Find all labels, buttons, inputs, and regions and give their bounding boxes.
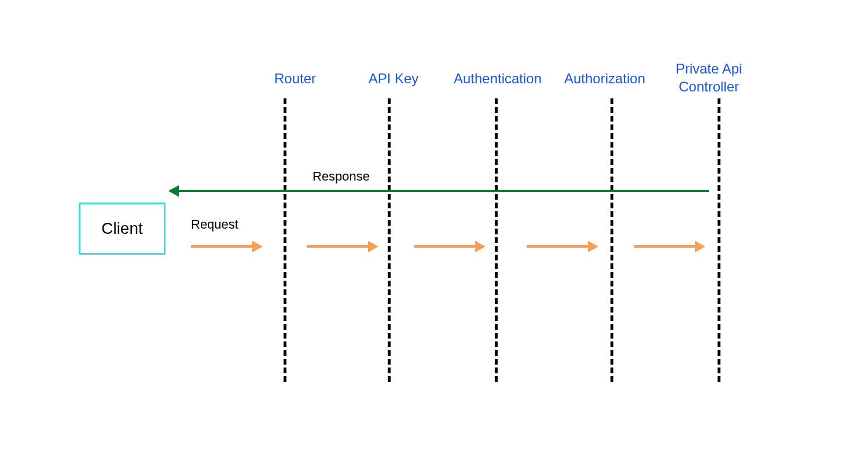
request-label: Request [191,217,238,232]
stage-label-router: Router [274,69,316,87]
stage-label-controller: Private Api Controller [676,60,742,95]
stage-label-controller-line1: Private Api [676,61,742,76]
request-arrow-1 [191,245,255,248]
stage-label-authorization: Authorization [564,69,645,87]
pipeline-line-router [284,98,286,382]
request-arrow-5 [634,245,697,248]
request-arrow-3 [414,245,477,248]
request-arrow-2 [307,245,370,248]
stage-label-authentication: Authentication [454,69,542,87]
pipeline-line-api-key [388,98,391,382]
pipeline-line-authentication [495,98,498,382]
client-label: Client [101,219,143,238]
stage-label-controller-line2: Controller [679,79,739,94]
response-arrow [176,190,709,192]
pipeline-line-authorization [610,98,613,382]
request-arrow-4 [527,245,590,248]
pipeline-line-controller [718,98,720,382]
response-label: Response [312,169,370,184]
stage-label-api-key: API Key [369,69,419,87]
client-box: Client [79,203,165,255]
